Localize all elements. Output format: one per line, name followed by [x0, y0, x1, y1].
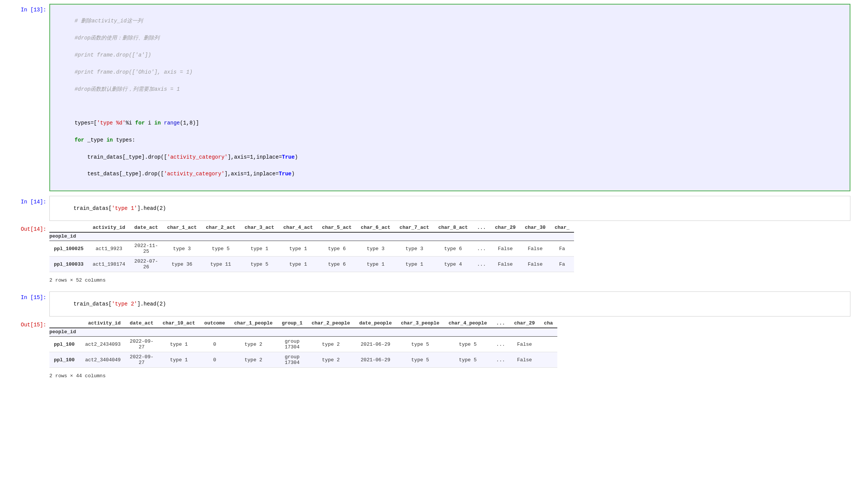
col-header-char29-15: char_29	[509, 319, 539, 328]
col-header-char10-15: char_10_act	[158, 319, 200, 328]
cell-char1-1-14: type 36	[162, 257, 201, 272]
row-index-0-15: ppl_100	[49, 337, 80, 352]
cell-char3-1-14: type 5	[240, 257, 279, 272]
table-14: activity_id date_act char_1_act char_2_a…	[49, 223, 574, 272]
index-label-14: people_id	[49, 232, 88, 241]
col-header-char1p-15: char_1_people	[230, 319, 277, 328]
cell-char4p-1-15: type 5	[444, 352, 491, 368]
table-14-index-label-row: people_id	[49, 232, 574, 241]
col-header-char4p-15: char_4_people	[444, 319, 491, 328]
cell-char8-0-14: type 6	[434, 241, 472, 257]
cell-char5-0-14: type 6	[317, 241, 356, 257]
comment-1: # 删除activity_id这一列	[74, 18, 142, 24]
cell-outcome-1-15: 0	[200, 352, 230, 368]
col-header-char3-14: char_3_act	[240, 223, 279, 232]
col-header-char5-14: char_5_act	[317, 223, 356, 232]
cell-13-label: In [13]:	[8, 4, 49, 13]
table-14-wrap: activity_id date_act char_1_act char_2_a…	[49, 223, 850, 272]
cell-group1-0-15: group17304	[277, 337, 307, 352]
cell-14-output-row: Out[14]: activity_id date_act char_1_act…	[8, 223, 850, 285]
cell-group1-1-15: group17304	[277, 352, 307, 368]
col-header-char1-14: char_1_act	[162, 223, 201, 232]
col-header-date-act-14: date_act	[130, 223, 162, 232]
cell-char6-1-14: type 1	[356, 257, 395, 272]
cell-char4p-0-15: type 5	[444, 337, 491, 352]
col-header-char2p-15: char_2_people	[307, 319, 355, 328]
col-header-char2-14: char_2_act	[201, 223, 240, 232]
cell-datep-1-15: 2021-06-29	[355, 352, 396, 368]
col-header-date-act-15: date_act	[125, 319, 158, 328]
col-header-ellipsis-15: ...	[492, 319, 509, 328]
table-row: ppl_100 act2_2434093 2022-09-27 type 1 0…	[49, 337, 557, 352]
col-header-datep-15: date_people	[355, 319, 396, 328]
cell-15-out-label: Out[15]:	[8, 319, 49, 328]
col-header-char3p-15: char_3_people	[396, 319, 444, 328]
table-row: ppl_100 act2_3404049 2022-09-27 type 1 0…	[49, 352, 557, 368]
cell-date-1-15: 2022-09-27	[125, 352, 158, 368]
code-14-str: 'type 1'	[112, 205, 137, 211]
cell-char29-0-14: False	[491, 241, 520, 257]
cell-ellipsis-0-15: ...	[492, 337, 509, 352]
cell-char1-0-14: type 3	[162, 241, 201, 257]
cell-char8-1-14: type 4	[434, 257, 472, 272]
cell-chartrunc-0-14: Fa	[550, 241, 574, 257]
comment-2: #drop函数的使用：删除行、删除列	[74, 35, 159, 41]
cell-15-label: In [15]:	[8, 291, 49, 301]
cell-13-code[interactable]: # 删除activity_id这一列 #drop函数的使用：删除行、删除列 #p…	[49, 4, 850, 191]
cell-cha-0-15	[539, 337, 557, 352]
cell-char2p-1-15: type 2	[307, 352, 355, 368]
cell-char5-1-14: type 6	[317, 257, 356, 272]
cell-ellipsis-0-14: ...	[472, 241, 490, 257]
code-14-suffix: ].head(2)	[137, 205, 166, 211]
row-index-1-14: ppl_100033	[49, 257, 88, 272]
cell-actid-0-15: act2_2434093	[80, 337, 125, 352]
col-header-group1-15: group_1	[277, 319, 307, 328]
cell-date-0-14: 2022-11-25	[130, 241, 162, 257]
cell-char1p-0-15: type 2	[230, 337, 277, 352]
code-15-prefix: train_datas[	[73, 301, 112, 307]
cell-char3p-1-15: type 5	[396, 352, 444, 368]
cell-char7-1-14: type 1	[395, 257, 434, 272]
cell-char29-1-15: False	[509, 352, 539, 368]
cell-act-id-0-14: act1_9923	[88, 241, 130, 257]
col-header-char6-14: char_6_act	[356, 223, 395, 232]
index-spacer-14	[88, 232, 574, 241]
comment-5: #drop函数默认删除行，列需要加axis = 1	[74, 86, 180, 92]
code-line-for: for _type in types:	[74, 137, 135, 143]
cell-cha-1-15	[539, 352, 557, 368]
cell-char7-0-14: type 3	[395, 241, 434, 257]
cell-char3p-0-15: type 5	[396, 337, 444, 352]
cell-act-id-1-14: act1_198174	[88, 257, 130, 272]
col-header-char30-14: char_30	[520, 223, 550, 232]
table-row: ppl_100025 act1_9923 2022-11-25 type 3 t…	[49, 241, 574, 257]
cell-13-input: In [13]: # 删除activity_id这一列 #drop函数的使用：删…	[8, 4, 850, 191]
index-label-15: people_id	[49, 328, 80, 337]
table-14-header-row: activity_id date_act char_1_act char_2_a…	[49, 223, 574, 232]
code-line-types: types=['type %d'%i for i in range(1,8)]	[74, 120, 199, 126]
cell-char29-1-14: False	[491, 257, 520, 272]
row-index-0-14: ppl_100025	[49, 241, 88, 257]
rows-info-15: 2 rows × 44 columns	[49, 371, 850, 381]
cell-ellipsis-1-14: ...	[472, 257, 490, 272]
cell-14-code[interactable]: train_datas['type 1'].head(2)	[49, 196, 850, 221]
cell-char2p-0-15: type 2	[307, 337, 355, 352]
table-15-header-row: activity_id date_act char_10_act outcome…	[49, 319, 557, 328]
cell-14-out-label: Out[14]:	[8, 223, 49, 232]
cell-15-input: In [15]: train_datas['type 2'].head(2)	[8, 291, 850, 317]
cell-date-1-14: 2022-07-26	[130, 257, 162, 272]
cell-char2-1-14: type 11	[201, 257, 240, 272]
index-spacer-15	[80, 328, 557, 337]
cell-14-output: activity_id date_act char_1_act char_2_a…	[49, 223, 850, 285]
cell-chartrunc-1-14: Fa	[550, 257, 574, 272]
table-15: activity_id date_act char_10_act outcome…	[49, 319, 557, 368]
col-header-ellipsis-14: ...	[472, 223, 490, 232]
col-header-index-15	[49, 319, 80, 328]
cell-15-output-row: Out[15]: activity_id date_act char_10_ac…	[8, 319, 850, 381]
cell-15-code[interactable]: train_datas['type 2'].head(2)	[49, 291, 850, 317]
table-row: ppl_100033 act1_198174 2022-07-26 type 3…	[49, 257, 574, 272]
table-15-index-label-row: people_id	[49, 328, 557, 337]
cell-char30-1-14: False	[520, 257, 550, 272]
cell-outcome-0-15: 0	[200, 337, 230, 352]
cell-char4-1-14: type 1	[279, 257, 317, 272]
col-header-char29-14: char_29	[491, 223, 520, 232]
